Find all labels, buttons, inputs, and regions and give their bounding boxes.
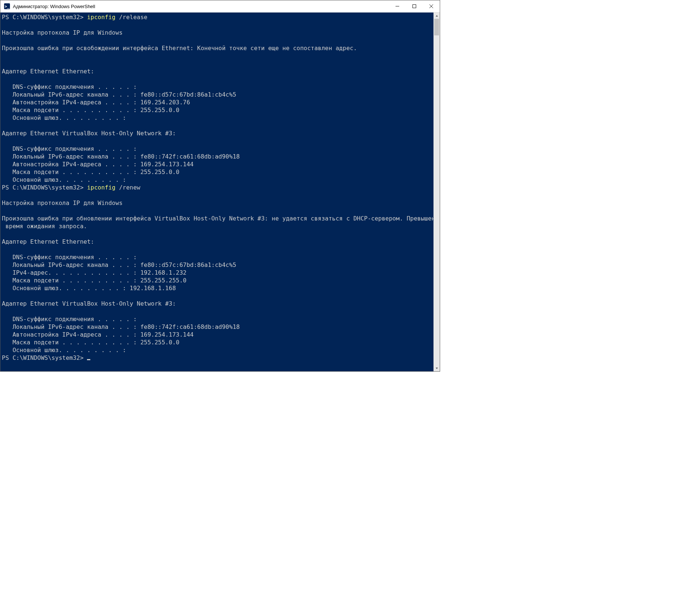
scroll-down-button[interactable] — [433, 365, 440, 371]
output-line: Локальный IPv6-адрес канала . . . : fe80… — [2, 261, 236, 268]
output-line: Основной шлюз. . . . . . . . . : 192.168… — [2, 285, 176, 292]
output-line: Маска подсети . . . . . . . . . . : 255.… — [2, 107, 180, 114]
output-line: Локальный IPv6-адрес канала . . . : fe80… — [2, 323, 240, 330]
powershell-window: >_ Администратор: Windows PowerShell PS … — [0, 0, 440, 372]
output-line: Маска подсети . . . . . . . . . . : 255.… — [2, 168, 180, 175]
terminal-output[interactable]: PS C:\WINDOWS\system32> ipconfig /releas… — [0, 13, 433, 371]
cursor-icon — [87, 359, 90, 360]
command-exe: ipconfig — [87, 14, 115, 21]
output-line: Произошла ошибка при обновлении интерфей… — [2, 215, 433, 222]
output-line: Адаптер Ethernet VirtualBox Host-Only Ne… — [2, 130, 176, 137]
minimize-button[interactable] — [389, 0, 406, 12]
output-line: Локальный IPv6-адрес канала . . . : fe80… — [2, 91, 236, 98]
vertical-scrollbar[interactable] — [433, 13, 440, 371]
close-button[interactable] — [423, 0, 440, 12]
output-line: Автонастройка IPv4-адреса . . . . : 169.… — [2, 331, 194, 338]
output-line: Маска подсети . . . . . . . . . . : 255.… — [2, 277, 187, 284]
output-line: время ожидания запроса. — [2, 223, 87, 230]
scroll-thumb[interactable] — [434, 19, 439, 35]
output-line: Автонастройка IPv4-адреса . . . . : 169.… — [2, 99, 190, 106]
window-title: Администратор: Windows PowerShell — [13, 4, 389, 9]
window-controls — [389, 0, 440, 12]
powershell-icon: >_ — [4, 3, 10, 9]
scroll-up-button[interactable] — [433, 13, 440, 19]
output-line: DNS-суффикс подключения . . . . . : — [2, 83, 137, 90]
output-line: Основной шлюз. . . . . . . . . : — [2, 347, 126, 354]
output-line: DNS-суффикс подключения . . . . . : — [2, 316, 137, 323]
output-line: DNS-суффикс подключения . . . . . : — [2, 145, 137, 152]
prompt: PS C:\WINDOWS\system32> — [2, 184, 87, 191]
output-line: Произошла ошибка при освобождении интерф… — [2, 45, 357, 52]
command-args: /renew — [115, 184, 140, 191]
output-line: Настройка протокола IP для Windows — [2, 29, 123, 36]
output-line: Настройка протокола IP для Windows — [2, 199, 123, 206]
output-line: DNS-суффикс подключения . . . . . : — [2, 254, 137, 261]
scroll-track[interactable] — [433, 19, 440, 365]
output-line: Основной шлюз. . . . . . . . . : — [2, 176, 126, 183]
svg-rect-0 — [413, 5, 416, 8]
output-line: Адаптер Ethernet Ethernet: — [2, 238, 94, 245]
command-args: /release — [115, 14, 147, 21]
output-line: Автонастройка IPv4-адреса . . . . : 169.… — [2, 161, 194, 168]
output-line: IPv4-адрес. . . . . . . . . . . . : 192.… — [2, 269, 187, 276]
command-exe: ipconfig — [87, 184, 115, 191]
output-line: Маска подсети . . . . . . . . . . : 255.… — [2, 339, 180, 346]
output-line: Локальный IPv6-адрес канала . . . : fe80… — [2, 153, 240, 160]
prompt: PS C:\WINDOWS\system32> — [2, 354, 87, 361]
output-line: Основной шлюз. . . . . . . . . : — [2, 114, 126, 121]
maximize-button[interactable] — [406, 0, 423, 12]
output-line: Адаптер Ethernet VirtualBox Host-Only Ne… — [2, 300, 176, 307]
prompt: PS C:\WINDOWS\system32> — [2, 14, 87, 21]
output-line: Адаптер Ethernet Ethernet: — [2, 68, 94, 75]
titlebar[interactable]: >_ Администратор: Windows PowerShell — [0, 0, 440, 13]
terminal-area: PS C:\WINDOWS\system32> ipconfig /releas… — [0, 13, 440, 371]
